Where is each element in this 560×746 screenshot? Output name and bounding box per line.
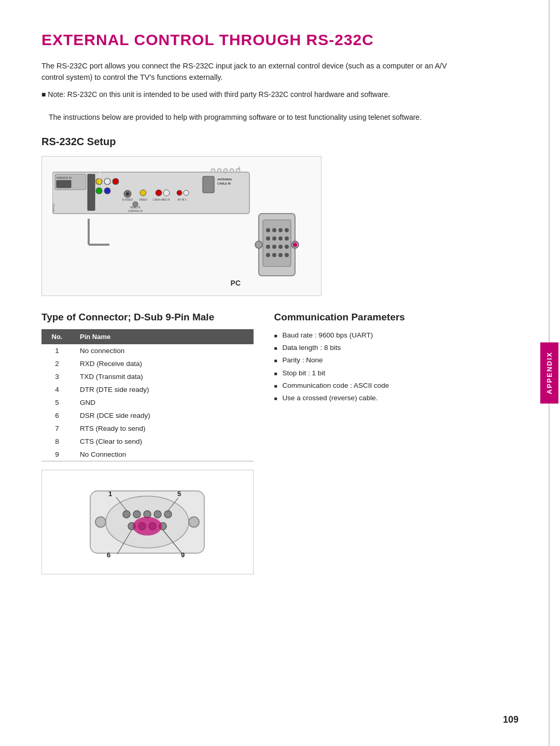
table-row: 1No connection xyxy=(41,344,254,357)
svg-point-63 xyxy=(144,511,151,518)
svg-point-56 xyxy=(255,241,262,248)
svg-text:SERVICE: SERVICE xyxy=(52,203,55,213)
svg-point-72 xyxy=(189,517,199,527)
svg-point-27 xyxy=(133,202,138,207)
table-cell-pin: DSR (DCE side ready) xyxy=(73,409,254,422)
table-cell-no: 1 xyxy=(41,344,73,357)
dsub-diagram: 1 5 6 9 xyxy=(41,470,254,574)
list-item: Communication code : ASCII code xyxy=(274,379,467,392)
connector-section-title: Type of Connector; D-Sub 9-Pin Male xyxy=(41,312,254,323)
svg-text:RS-232C IN: RS-232C IN xyxy=(99,171,101,184)
rs232c-diagram: HDMI/DVI IN S-VIDEO VIDEO 1.8GHz-48DC-R xyxy=(41,156,467,296)
svg-point-29 xyxy=(211,168,215,173)
table-header-pin: Pin Name xyxy=(73,329,254,344)
note-text-1: Note: RS-232C on this unit is intended t… xyxy=(41,89,467,100)
svg-point-6 xyxy=(113,178,119,185)
svg-point-5 xyxy=(104,178,110,185)
svg-point-53 xyxy=(272,253,276,257)
intro-text: The RS-232C port allows you connect the … xyxy=(41,60,467,83)
table-cell-no: 7 xyxy=(41,422,73,435)
svg-text:ANTENNA/: ANTENNA/ xyxy=(217,178,232,181)
table-row: 4DTR (DTE side ready) xyxy=(41,383,254,396)
table-cell-no: 6 xyxy=(41,409,73,422)
svg-point-16 xyxy=(163,190,170,196)
pc-label: PC xyxy=(231,279,241,287)
table-header-no: No. xyxy=(41,329,73,344)
comm-list: Baud rate : 9600 bps (UART)Data length :… xyxy=(274,329,467,405)
appendix-tab: APPENDIX xyxy=(540,342,558,403)
note-text-2: The instructions below are provided to h… xyxy=(49,111,467,123)
svg-point-41 xyxy=(272,228,276,232)
svg-text:6: 6 xyxy=(107,551,110,559)
svg-point-47 xyxy=(285,236,289,241)
svg-point-11 xyxy=(126,192,129,195)
table-row: 7RTS (Ready to send) xyxy=(41,422,254,435)
svg-rect-23 xyxy=(88,174,95,210)
pin-table: No. Pin Name 1No connection2RXD (Receive… xyxy=(41,329,254,461)
svg-text:CABLE IN: CABLE IN xyxy=(217,182,231,185)
svg-text:S-VIDEO: S-VIDEO xyxy=(122,198,133,201)
svg-text:1.8GHz-48DC-R: 1.8GHz-48DC-R xyxy=(152,199,170,201)
svg-point-19 xyxy=(184,190,189,195)
svg-text:1: 1 xyxy=(108,490,112,498)
table-cell-pin: No Connection xyxy=(73,448,254,461)
svg-point-58 xyxy=(293,243,297,247)
table-row: 9No Connection xyxy=(41,448,254,461)
appendix-sidebar: APPENDIX xyxy=(538,0,560,746)
svg-text:VIDEO: VIDEO xyxy=(139,198,147,201)
svg-point-62 xyxy=(133,511,141,518)
table-cell-no: 8 xyxy=(41,435,73,448)
table-cell-pin: DTR (DTE side ready) xyxy=(73,383,254,396)
svg-point-42 xyxy=(278,228,283,232)
table-row: 5GND xyxy=(41,396,254,409)
table-row: 3TXD (Transmit data) xyxy=(41,370,254,383)
table-cell-pin: GND xyxy=(73,396,254,409)
svg-point-18 xyxy=(177,190,182,195)
table-row: 6DSR (DCE side ready) xyxy=(41,409,254,422)
svg-point-31 xyxy=(223,168,228,173)
two-col-section: Type of Connector; D-Sub 9-Pin Male No. … xyxy=(41,312,467,574)
svg-text:HDMI/DVI IN: HDMI/DVI IN xyxy=(57,176,72,179)
svg-point-51 xyxy=(285,245,289,249)
svg-point-46 xyxy=(278,236,283,241)
appendix-line-bottom xyxy=(549,404,550,746)
page-number: 109 xyxy=(503,714,519,725)
tv-panel-svg: HDMI/DVI IN S-VIDEO VIDEO 1.8GHz-48DC-R xyxy=(52,162,281,224)
table-cell-no: 5 xyxy=(41,396,73,409)
table-row: 2RXD (Receive data) xyxy=(41,357,254,370)
table-cell-pin: RXD (Receive data) xyxy=(73,357,254,370)
comm-params-section: Communication Parameters Baud rate : 960… xyxy=(274,312,467,574)
svg-point-15 xyxy=(156,190,162,196)
table-cell-no: 4 xyxy=(41,383,73,396)
svg-text:1: 1 xyxy=(238,166,240,170)
appendix-line-top xyxy=(549,0,550,342)
list-item: Parity : None xyxy=(274,354,467,367)
svg-point-54 xyxy=(278,253,283,257)
svg-point-52 xyxy=(266,253,270,257)
svg-point-7 xyxy=(96,188,102,194)
table-cell-pin: CTS (Clear to send) xyxy=(73,435,254,448)
svg-point-70 xyxy=(133,517,162,536)
svg-text:9: 9 xyxy=(181,551,185,559)
svg-point-44 xyxy=(266,236,270,241)
svg-rect-3 xyxy=(57,180,71,188)
dsub-svg: 1 5 6 9 xyxy=(75,481,220,564)
list-item: Data length : 8 bits xyxy=(274,342,467,354)
svg-point-30 xyxy=(217,168,221,173)
svg-point-32 xyxy=(230,168,234,173)
svg-rect-20 xyxy=(203,176,214,193)
svg-point-48 xyxy=(266,245,270,249)
table-cell-no: 9 xyxy=(41,448,73,461)
table-row: 8CTS (Clear to send) xyxy=(41,435,254,448)
svg-point-13 xyxy=(140,190,146,196)
svg-point-49 xyxy=(272,245,276,249)
svg-point-65 xyxy=(164,511,172,518)
svg-point-8 xyxy=(104,188,110,194)
svg-point-64 xyxy=(154,511,161,518)
table-cell-no: 3 xyxy=(41,370,73,383)
list-item: Use a crossed (reverse) cable. xyxy=(274,392,467,404)
dsub-svg-container: 1 5 6 9 xyxy=(52,481,243,564)
pc-connector-svg xyxy=(254,208,305,286)
svg-text:CONTROL IN: CONTROL IN xyxy=(128,210,143,213)
svg-point-50 xyxy=(278,245,283,249)
